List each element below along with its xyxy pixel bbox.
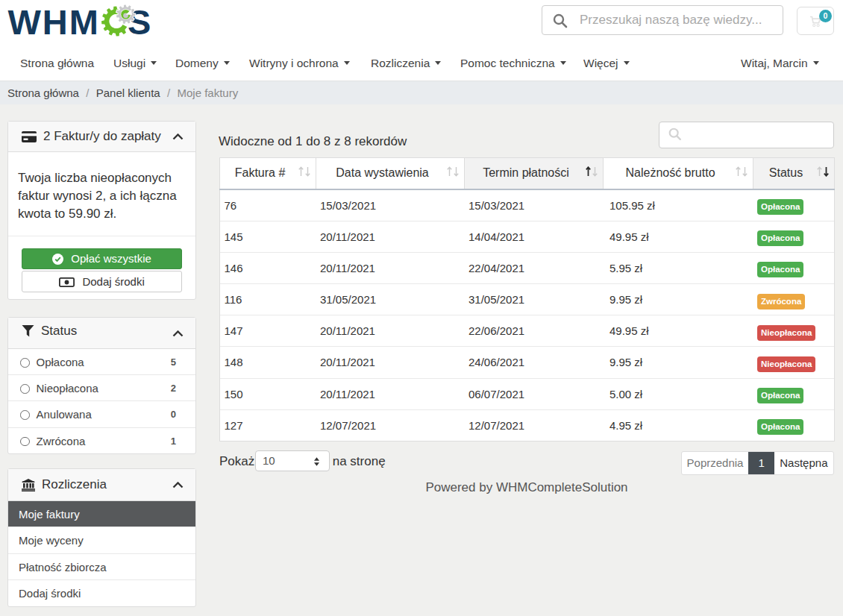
svg-text:WHM: WHM — [8, 4, 100, 42]
